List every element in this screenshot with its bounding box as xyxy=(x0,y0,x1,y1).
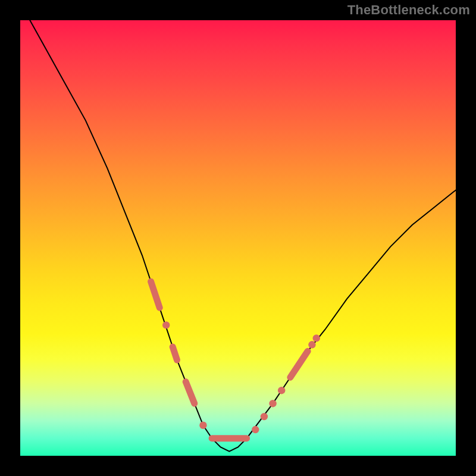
watermark-label: TheBottleneck.com xyxy=(347,2,470,18)
marker-segment xyxy=(186,382,195,404)
marker-dot xyxy=(252,426,259,433)
marker-segments xyxy=(151,281,308,439)
marker-segment xyxy=(290,351,308,377)
chart-frame: TheBottleneck.com xyxy=(0,0,476,476)
marker-dot xyxy=(199,422,206,429)
curve-line xyxy=(20,3,456,452)
marker-segment xyxy=(151,281,160,308)
marker-dot xyxy=(308,341,315,348)
marker-segment xyxy=(173,347,177,360)
marker-dot xyxy=(278,387,285,394)
marker-dot xyxy=(269,400,276,407)
marker-dot xyxy=(313,334,320,342)
marker-dot xyxy=(162,321,170,328)
marker-dot xyxy=(261,413,268,420)
marker-dots xyxy=(162,321,320,433)
bottleneck-curve-plot xyxy=(20,20,456,456)
